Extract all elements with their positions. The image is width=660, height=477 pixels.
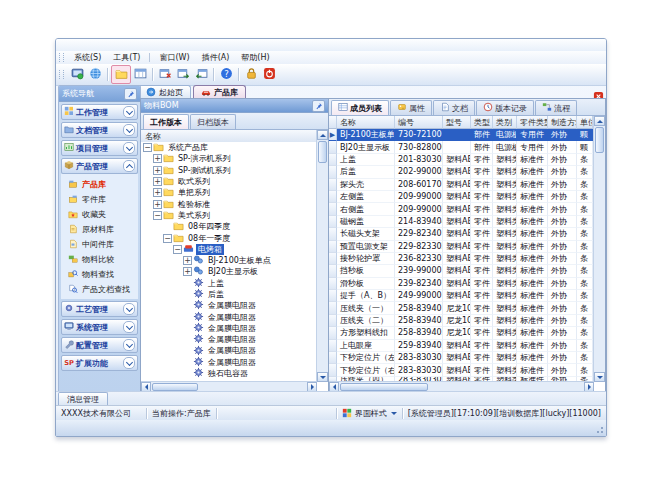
scroll-up-icon[interactable] (317, 130, 328, 140)
tree-item-08年一季度[interactable]: −08年一季度 (141, 232, 317, 243)
scroll-up-icon[interactable] (594, 116, 605, 126)
column-header-编号[interactable]: 编号 (395, 116, 443, 129)
chevron-down-icon[interactable] (123, 106, 135, 118)
table-row[interactable]: 挡秒板239-990001-01Z塑料ABS零件塑料类标准件外协条 (329, 265, 594, 277)
tab-归档版本[interactable]: 归档版本 (190, 114, 236, 129)
expand-icon[interactable]: + (183, 267, 192, 276)
lock-button[interactable] (242, 66, 260, 83)
monitor-button[interactable] (68, 66, 86, 83)
sidebar-group-工作管理[interactable]: 工作管理 (61, 104, 138, 120)
tree-item-金属膜电阻器[interactable]: 金属膜电阻器 (141, 334, 317, 345)
layout-button[interactable] (131, 66, 149, 83)
expand-icon[interactable]: + (183, 256, 192, 265)
globe-button[interactable] (86, 66, 104, 83)
collapse-icon[interactable]: − (153, 211, 162, 220)
sidebar-group-产品管理[interactable]: 产品管理 (61, 158, 138, 174)
table-row[interactable]: 压线夹（二）258-839402-00Z尼龙1010零件塑料类标准件外协条 (329, 315, 594, 327)
table-row[interactable]: BJ20主显示板730-828000-04Z部件电源板专用件外协颗 (329, 141, 594, 153)
scrollbar-thumb[interactable] (595, 127, 604, 153)
scrollbar-thumb[interactable] (318, 141, 327, 163)
table-row[interactable]: 后盖202-990002-01Z塑料ABS零件塑料类标准件外协条 (329, 166, 594, 178)
table-row[interactable]: 下秒定位片（右）283-830302-00Z塑料ABS零件塑料类标准件外协条 (329, 364, 594, 376)
drag-grip[interactable] (59, 53, 64, 62)
tree-item-美式系列[interactable]: −美式系列 (141, 210, 317, 221)
expand-icon[interactable]: + (153, 188, 162, 197)
collapse-icon[interactable]: − (143, 143, 152, 152)
table-row[interactable]: 上盖201-830302-00Z塑料ABS零件塑料类标准件外协条 (329, 154, 594, 166)
column-header-制造方式[interactable]: 制造方式 (548, 116, 577, 129)
menu-item-t[interactable]: 工具(T) (107, 51, 146, 64)
chevron-down-icon[interactable] (123, 339, 135, 351)
table-row[interactable]: 探头壳208-601701-01Z塑料ABS零件塑料类标准件外协条 (329, 179, 594, 191)
column-header-类别[interactable]: 类别 (493, 116, 517, 129)
chevron-down-icon[interactable] (123, 303, 135, 315)
tab-版本记录[interactable]: 版本记录 (476, 100, 534, 115)
tab-文档[interactable]: 文档 (433, 100, 475, 115)
sidebar-item-零件库[interactable]: 零件库 (61, 192, 138, 207)
tree-item-金属膜电阻器[interactable]: 金属膜电阻器 (141, 311, 317, 322)
menu-item-h[interactable]: 帮助(H) (235, 51, 275, 64)
tree-item-金属膜电阻器[interactable]: 金属膜电阻器 (141, 345, 317, 356)
table-row[interactable]: ▶BJ-2100主板单点730-721000-12Z部件电源板专用件外协颗 (329, 129, 594, 141)
resize-grip[interactable] (594, 424, 604, 434)
sidebar-item-物料查找[interactable]: 物料查找 (61, 267, 138, 282)
sidebar-group-系统管理[interactable]: 系统管理 (61, 319, 138, 335)
close-tab-button[interactable] (593, 87, 604, 98)
tab-流程[interactable]: 流程 (535, 100, 577, 115)
tree-item-独石电容器[interactable]: 独石电容器 (141, 368, 317, 379)
window-close-button[interactable] (156, 66, 174, 83)
table-row[interactable]: 长磁头支架229-823401-00Z塑料ABS零件塑料类标准件外协条 (329, 228, 594, 240)
sidebar-item-产品库[interactable]: 产品库 (61, 177, 138, 192)
tree-item-金属膜电阻器[interactable]: 金属膜电阻器 (141, 323, 317, 334)
power-button[interactable] (260, 66, 278, 83)
column-header-名称[interactable]: 名称 (337, 116, 395, 129)
tree-item-金属膜电阻器[interactable]: 金属膜电阻器 (141, 357, 317, 368)
tree-item-后盖[interactable]: 后盖 (141, 289, 317, 300)
scrollbar-thumb[interactable] (152, 383, 198, 391)
sidebar-group-配置管理[interactable]: 配置管理 (61, 337, 138, 353)
tree-item-电烤箱[interactable]: −电烤箱 (141, 244, 317, 255)
chevron-down-icon[interactable] (123, 124, 135, 136)
tree-item-08年四季度[interactable]: 08年四季度 (141, 221, 317, 232)
chevron-up-icon[interactable] (123, 160, 135, 172)
table-row[interactable]: 预置电源支架229-823302-00Z塑料ABS零件塑料类标准件外协条 (329, 241, 594, 253)
column-header-零件类型[interactable]: 零件类型 (517, 116, 548, 129)
collapse-icon[interactable]: − (163, 234, 172, 243)
drag-grip[interactable] (59, 70, 64, 79)
pin-icon[interactable] (124, 88, 137, 100)
column-header-型号[interactable]: 型号 (443, 116, 471, 129)
sidebar-group-文档管理[interactable]: 文档管理 (61, 122, 138, 138)
table-row[interactable]: 右侧盖209-990002-01Z塑料ABS零件塑料类标准件外协条 (329, 203, 594, 215)
tree-item-金属膜电阻器[interactable]: 金属膜电阻器 (141, 300, 317, 311)
sidebar-item-物料比较[interactable]: 物料比较 (61, 252, 138, 267)
folder-button[interactable] (111, 65, 131, 84)
tab-message-management[interactable]: 消息管理 (58, 392, 108, 405)
sidebar-group-工艺管理[interactable]: 工艺管理 (61, 301, 138, 317)
scroll-down-icon[interactable] (317, 372, 328, 382)
table-row[interactable]: 方形塑料线扣258-839403-00Z尼龙1010零件塑料类标准件外协条 (329, 327, 594, 339)
grid-vertical-scrollbar[interactable] (593, 116, 605, 382)
sidebar-item-中间件库[interactable]: 中间件库 (61, 237, 138, 252)
expand-icon[interactable]: + (153, 177, 162, 186)
menu-item-s[interactable]: 系统(S) (68, 51, 107, 64)
sidebar-item-原材料库[interactable]: 原材料库 (61, 222, 138, 237)
menu-item-a[interactable]: 插件(A) (196, 51, 236, 64)
chevron-down-icon[interactable] (123, 357, 135, 369)
expand-icon[interactable]: + (153, 200, 162, 209)
table-row[interactable]: 磁钢盖214-839404-01Z塑料ABS零件塑料类标准件外协条 (329, 216, 594, 228)
scroll-down-icon[interactable] (594, 372, 605, 382)
window-export-button[interactable] (174, 66, 192, 83)
table-row[interactable]: 上电眼座259-839403-00Z塑料ABS零件塑料类标准件外协条 (329, 340, 594, 352)
collapse-icon[interactable]: − (173, 245, 182, 254)
window-import-button[interactable] (192, 66, 210, 83)
tab-工作版本[interactable]: 工作版本 (143, 114, 189, 129)
pin-icon[interactable] (312, 100, 325, 112)
tree-item-上盖[interactable]: 上盖 (141, 278, 317, 289)
expand-icon[interactable]: + (153, 154, 162, 163)
chevron-down-icon[interactable] (123, 142, 135, 154)
sidebar-group-项目管理[interactable]: 项目管理 (61, 140, 138, 156)
tree-vertical-scrollbar[interactable] (316, 130, 328, 382)
expand-icon[interactable]: + (153, 166, 162, 175)
table-row[interactable]: 压线夹（一）258-839401-00Z尼龙1010零件塑料类标准件外协条 (329, 302, 594, 314)
scrollbar-thumb[interactable] (340, 383, 428, 391)
